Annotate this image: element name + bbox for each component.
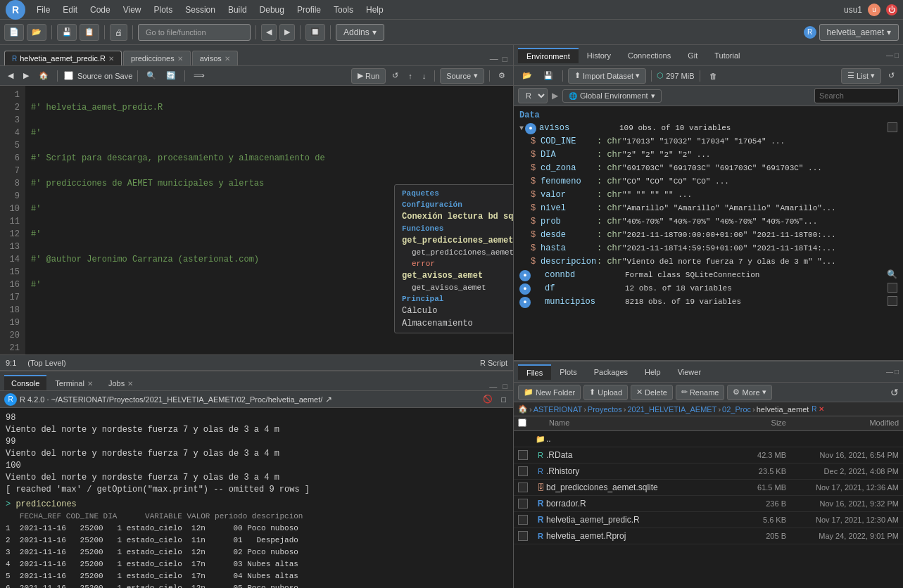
env-minimize-btn[interactable]: — <box>886 51 893 59</box>
clear-workspace-btn[interactable]: 🗑 <box>705 68 721 84</box>
menu-session[interactable]: Session <box>179 4 221 16</box>
more-btn[interactable]: ⚙ More ▾ <box>727 385 771 400</box>
find-replace-button[interactable]: 🔄 <box>163 68 179 84</box>
env-municipios-row[interactable]: ● municipios 8218 obs. of 19 variables <box>517 295 900 309</box>
ac-principal[interactable]: Principal <box>395 293 513 305</box>
indent-button[interactable]: ⟹ <box>190 68 208 84</box>
ac-get-predicciones[interactable]: get_predicciones_aemet <box>395 234 513 247</box>
print-button[interactable]: 🖨 <box>110 24 127 41</box>
console-path-link[interactable]: ↗ <box>325 395 332 404</box>
step-down-button[interactable]: ↓ <box>419 68 430 84</box>
rhistory-checkbox[interactable] <box>518 466 528 476</box>
nav-back-button[interactable]: ◀ <box>261 24 277 41</box>
back-arrow-button[interactable]: ◀ <box>4 68 17 84</box>
header-modified[interactable]: Modified <box>786 418 899 428</box>
source-button[interactable]: Source ▾ <box>440 68 484 84</box>
new-file-button[interactable]: 📄 <box>4 24 24 41</box>
new-folder-btn[interactable]: 📁 New Folder <box>518 385 581 400</box>
bc-close-icon[interactable]: ✕ <box>819 405 824 413</box>
parent-name[interactable]: .. <box>546 434 730 444</box>
bc-02proc[interactable]: 02_Proc <box>722 405 751 414</box>
municipios-checkbox[interactable] <box>888 296 897 306</box>
tab-viewer[interactable]: Viewer <box>669 365 709 379</box>
tab-packages[interactable]: Packages <box>586 365 636 379</box>
editor-tab-close-0[interactable]: ✕ <box>108 55 114 63</box>
ac-paquetes[interactable]: Paquetes <box>395 188 513 199</box>
header-name[interactable]: Name <box>549 418 730 428</box>
project-button[interactable]: helvetia_aemet ▾ <box>819 24 899 41</box>
menu-help[interactable]: Help <box>360 4 389 16</box>
find-button[interactable]: 🔍 <box>143 68 160 84</box>
helvetia-predic-checkbox[interactable] <box>518 515 528 525</box>
ac-get-avisos-sub[interactable]: get_avisos_aemet <box>395 282 513 293</box>
console-content[interactable]: 98 Viento del norte y nordeste fuerza 7 … <box>0 408 513 588</box>
files-refresh-btn[interactable]: ↺ <box>890 387 899 398</box>
console-clear-btn[interactable]: 🚫 <box>480 393 495 405</box>
delete-btn[interactable]: ✕ Delete <box>631 385 673 400</box>
console-tab-jobs[interactable]: Jobs ✕ <box>101 376 140 390</box>
borrador-checkbox[interactable] <box>518 499 528 509</box>
tab-history[interactable]: History <box>579 49 619 63</box>
console-maximize-btn[interactable]: □ <box>501 382 509 390</box>
tab-help[interactable]: Help <box>636 365 669 379</box>
rename-btn[interactable]: ✏ Rename <box>676 385 725 400</box>
helvetia-predic-name[interactable]: helvetia_aemet_predic.R <box>546 515 730 525</box>
home-button[interactable]: 🏠 <box>35 68 52 84</box>
sqlite-checkbox[interactable] <box>518 482 528 492</box>
addins-button[interactable]: Addins ▾ <box>336 24 384 41</box>
files-maximize-btn[interactable]: □ <box>895 368 899 376</box>
tab-connections[interactable]: Connections <box>619 49 679 63</box>
menu-profile[interactable]: Profile <box>291 4 327 16</box>
terminal-tab-close[interactable]: ✕ <box>87 380 93 388</box>
ac-almacenamiento[interactable]: Almacenamiento <box>395 317 513 330</box>
env-maximize-btn[interactable]: □ <box>895 51 899 59</box>
save-all-button[interactable]: 📋 <box>80 24 99 41</box>
console-minimize-btn[interactable]: — <box>488 382 498 390</box>
env-save-workspace-btn[interactable]: 💾 <box>539 68 557 84</box>
connbd-search-icon[interactable]: 🔍 <box>887 269 897 281</box>
menu-plots[interactable]: Plots <box>149 4 179 16</box>
global-env-btn[interactable]: 🌐 Global Environment ▾ <box>562 89 662 103</box>
nav-forward-button[interactable]: ▶ <box>279 24 295 41</box>
tab-files[interactable]: Files <box>518 364 551 380</box>
select-all-checkbox[interactable] <box>518 418 526 427</box>
editor-tab-close-2[interactable]: ✕ <box>225 55 230 63</box>
ac-funciones[interactable]: Funciones <box>395 223 513 234</box>
step-up-button[interactable]: ↑ <box>405 68 416 84</box>
ac-calculo[interactable]: Cálculo <box>395 305 513 317</box>
borrador-name[interactable]: borrador.R <box>546 499 730 509</box>
source-on-save-checkbox[interactable] <box>64 71 73 80</box>
menu-file[interactable]: File <box>31 4 56 16</box>
menu-tools[interactable]: Tools <box>328 4 359 16</box>
list-view-btn[interactable]: ☰ List ▾ <box>841 68 881 84</box>
import-dataset-btn[interactable]: ⬆ Import Dataset ▾ <box>568 68 646 84</box>
files-minimize-btn[interactable]: — <box>886 368 893 376</box>
bc-asterionat[interactable]: ASTERIONAT <box>533 405 582 414</box>
tab-git[interactable]: Git <box>679 49 706 63</box>
editor-tab-1[interactable]: predicciones ✕ <box>123 51 191 65</box>
ac-configuracion[interactable]: Configuración <box>395 199 513 210</box>
workspace-button[interactable]: 🔲 <box>305 24 325 41</box>
tab-tutorial[interactable]: Tutorial <box>706 49 748 63</box>
sqlite-name[interactable]: bd_predicciones_aemet.sqlite <box>546 482 730 492</box>
menu-build[interactable]: Build <box>222 4 253 16</box>
env-load-workspace-btn[interactable]: 📂 <box>518 68 536 84</box>
tab-minimize-button[interactable]: — <box>488 53 500 65</box>
ac-get-predicciones-sub[interactable]: get_predicciones_aemet <box>395 247 513 258</box>
console-tab-terminal[interactable]: Terminal ✕ <box>48 376 100 390</box>
header-check[interactable] <box>518 418 535 428</box>
rproj-name[interactable]: helvetia_aemet.Rproj <box>546 531 730 541</box>
rerun-button[interactable]: ↺ <box>389 68 402 84</box>
df-checkbox[interactable] <box>888 283 897 293</box>
tab-plots[interactable]: Plots <box>551 365 585 379</box>
avisos-expand[interactable]: ▼ <box>519 122 524 134</box>
rhistory-name[interactable]: .Rhistory <box>546 466 730 476</box>
tab-maximize-button[interactable]: □ <box>501 53 509 65</box>
menu-debug[interactable]: Debug <box>254 4 290 16</box>
menu-edit[interactable]: Edit <box>57 4 83 16</box>
ac-error[interactable]: error <box>395 258 513 269</box>
env-r-selector[interactable]: R <box>518 88 548 103</box>
avisos-checkbox[interactable] <box>888 122 897 132</box>
menu-view[interactable]: View <box>118 4 147 16</box>
ac-get-avisos[interactable]: get_avisos_aemet <box>395 269 513 282</box>
